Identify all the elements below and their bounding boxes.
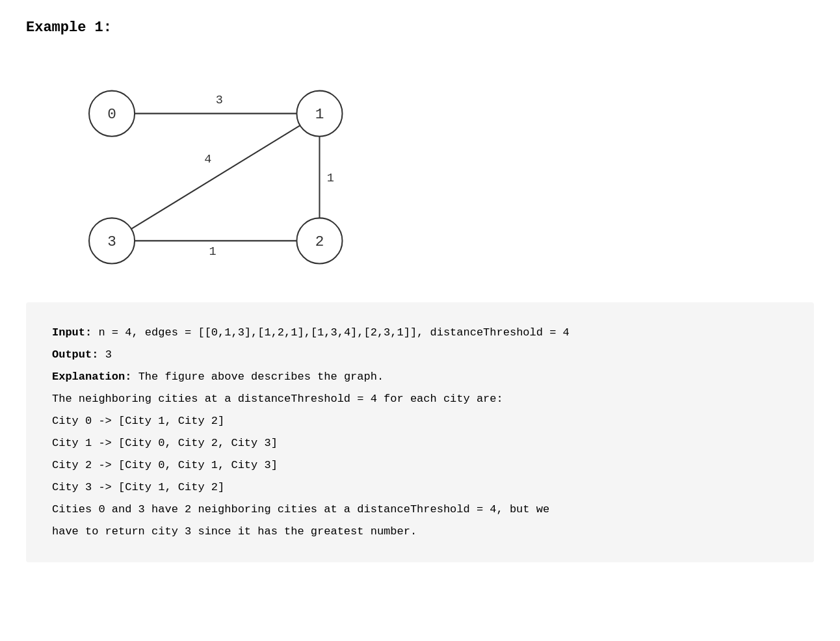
graph-svg: 3 1 4 1 0 1 2 3: [52, 55, 390, 276]
line-1: The neighboring cities at a distanceThre…: [52, 388, 788, 410]
line-5: City 3 -> [City 1, City 2]: [52, 477, 788, 499]
input-line: Input: n = 4, edges = [[0,1,3],[1,2,1],[…: [52, 322, 788, 344]
output-label: Output:: [52, 348, 98, 361]
page-title: Example 1:: [26, 20, 814, 36]
line-3: City 1 -> [City 0, City 2, City 3]: [52, 432, 788, 454]
node-1-label: 1: [315, 106, 324, 123]
input-value-text: n = 4, edges = [[0,1,3],[1,2,1],[1,3,4],…: [98, 326, 569, 339]
input-label: Input:: [52, 326, 92, 339]
line-2: City 0 -> [City 1, City 2]: [52, 410, 788, 432]
explanation-text-content: The figure above describes the graph.: [138, 371, 384, 383]
weight-0-1: 3: [216, 94, 223, 107]
output-line: Output: 3: [52, 344, 788, 366]
line-7: have to return city 3 since it has the g…: [52, 521, 788, 543]
line-4: City 2 -> [City 0, City 1, City 3]: [52, 454, 788, 477]
explanation-line: Explanation: The figure above describes …: [52, 366, 788, 388]
output-value-text: 3: [105, 348, 112, 361]
node-2-label: 2: [315, 233, 324, 250]
node-3-label: 3: [107, 233, 116, 250]
line-6: Cities 0 and 3 have 2 neighboring cities…: [52, 499, 788, 521]
node-0-label: 0: [107, 106, 116, 123]
explanation-box: Input: n = 4, edges = [[0,1,3],[1,2,1],[…: [26, 302, 814, 562]
explanation-label: Explanation:: [52, 371, 131, 383]
weight-1-2: 1: [327, 172, 334, 185]
weight-1-3: 4: [204, 153, 211, 166]
weight-2-3: 1: [209, 245, 216, 259]
edge-1-3: [112, 114, 319, 241]
graph-container: 3 1 4 1 0 1 2 3: [52, 55, 390, 276]
